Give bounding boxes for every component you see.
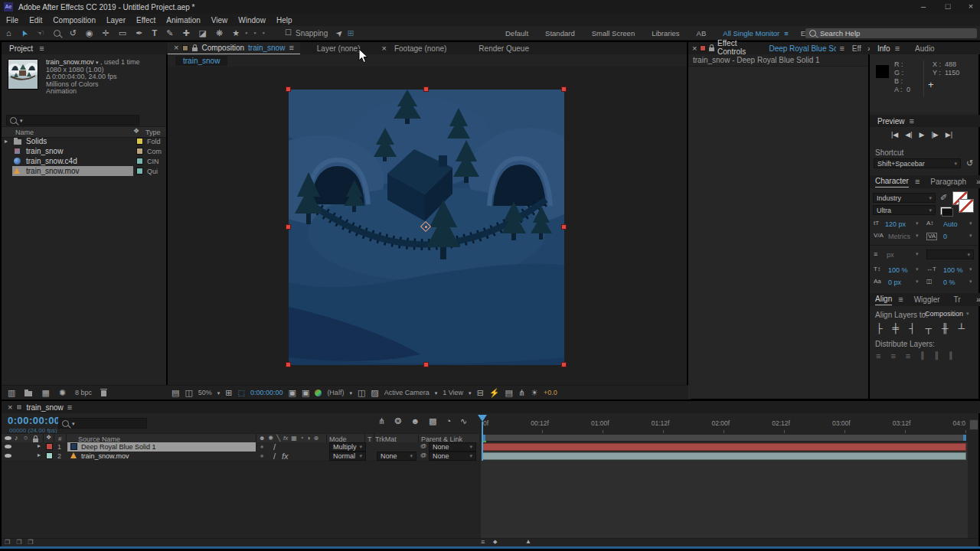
- timeline-menu-icon[interactable]: ≡: [67, 403, 72, 412]
- tracking-arrow-icon[interactable]: ▾: [969, 233, 972, 239]
- distribute-vcenter-button[interactable]: ≡: [890, 351, 895, 360]
- live-update-icon[interactable]: ❂: [394, 417, 401, 425]
- workspace-default[interactable]: Default: [505, 29, 528, 37]
- selection-handle[interactable]: [561, 86, 567, 92]
- tab-character[interactable]: Character: [875, 177, 909, 187]
- layer-trkmat-dropdown[interactable]: None ▾: [377, 452, 416, 461]
- horizontal-scale-value[interactable]: 100 %: [943, 266, 963, 274]
- comp-marker-bin-icon[interactable]: [969, 419, 978, 430]
- tab-render-queue[interactable]: Render Queue: [479, 44, 529, 53]
- last-frame-button[interactable]: ▶|: [946, 131, 952, 139]
- layer-mode-dropdown[interactable]: Normal ▾: [329, 452, 366, 461]
- selection-handle[interactable]: [423, 86, 429, 92]
- channel-icon[interactable]: [315, 390, 322, 396]
- next-frame-button[interactable]: |▶: [931, 131, 938, 139]
- label-swatch[interactable]: [136, 158, 143, 165]
- composition-image[interactable]: [289, 90, 564, 365]
- label-swatch[interactable]: [136, 138, 143, 145]
- leading-arrow-icon[interactable]: ▾: [969, 220, 972, 227]
- main-viewer-icon[interactable]: ◫: [185, 389, 192, 397]
- project-search-dropdown-icon[interactable]: ▾: [20, 118, 23, 123]
- layer-label-swatch[interactable]: [46, 443, 53, 450]
- layer-shy-icon[interactable]: ♠: [260, 452, 263, 459]
- leading-value[interactable]: Auto: [943, 220, 958, 228]
- layer-name[interactable]: train_snow.mov: [81, 452, 129, 460]
- workspace-ab[interactable]: AB: [697, 29, 707, 37]
- tab-info[interactable]: Info: [877, 44, 890, 53]
- comp-panel-menu-icon[interactable]: ≡: [289, 44, 293, 52]
- transparency-grid-icon[interactable]: ▨: [371, 389, 378, 397]
- stroke-style-dropdown[interactable]: ▾: [926, 249, 974, 259]
- tab-footage[interactable]: Footage (none): [394, 44, 446, 53]
- flowchart-button-icon[interactable]: ⋔: [518, 389, 525, 397]
- menu-composition[interactable]: Composition: [53, 16, 96, 24]
- snapshot-icon[interactable]: ▣: [289, 389, 296, 397]
- resolution-arrow-icon[interactable]: ▾: [349, 390, 352, 396]
- eyedropper-icon[interactable]: ✐: [940, 194, 947, 202]
- workspace-libraries[interactable]: Libraries: [652, 29, 679, 37]
- workspace-all-single-monitor[interactable]: All Single Monitor: [723, 29, 779, 37]
- align-hcenter-button[interactable]: ╪: [893, 323, 900, 334]
- row-expander-icon[interactable]: ▸: [5, 139, 8, 145]
- pan-behind-tool-icon[interactable]: ✛: [103, 29, 109, 37]
- pixel-aspect-icon[interactable]: ⊟: [477, 389, 484, 397]
- tab-close-icon[interactable]: ×: [174, 44, 178, 52]
- exposure-value[interactable]: +0.0: [544, 389, 557, 396]
- selection-handle[interactable]: [286, 86, 291, 92]
- type-tool-icon[interactable]: T: [152, 29, 157, 37]
- snapping-checkbox[interactable]: ☐: [285, 29, 292, 37]
- pen-tool-icon[interactable]: ✒: [136, 29, 142, 37]
- workspace-small-screen[interactable]: Small Screen: [592, 29, 635, 37]
- timeline-track-area[interactable]: [481, 442, 968, 538]
- selection-handle[interactable]: [561, 224, 567, 230]
- resolution-dropdown[interactable]: (Half): [327, 389, 344, 396]
- toggle-switches-pane-icon[interactable]: ❐: [5, 539, 10, 546]
- font-family-dropdown[interactable]: Industry ▾: [873, 193, 936, 203]
- tab-composition[interactable]: × Composition train_snow ≡: [168, 42, 300, 54]
- layer-expander-icon[interactable]: ▸: [38, 443, 41, 449]
- menu-file[interactable]: File: [6, 16, 18, 24]
- magnification-dropdown[interactable]: 50%: [198, 389, 212, 396]
- kerning-value[interactable]: Metrics: [888, 233, 910, 240]
- tab-layer-close-icon[interactable]: ×: [382, 44, 387, 53]
- comp-viewport[interactable]: [168, 67, 687, 385]
- selection-handle[interactable]: [286, 362, 291, 367]
- distribute-bottom-button[interactable]: ≡: [906, 351, 910, 360]
- toggle-transfer-pane-icon[interactable]: ❐: [16, 539, 21, 546]
- align-top-button[interactable]: ┬: [926, 323, 933, 334]
- workspace-standard[interactable]: Standard: [545, 29, 575, 37]
- lock-icon[interactable]: [709, 47, 714, 51]
- camera-dropdown[interactable]: Active Camera: [384, 389, 430, 396]
- choose-grid-icon[interactable]: ⊞: [225, 389, 232, 397]
- view-layout-dropdown[interactable]: 1 View: [443, 389, 463, 396]
- vertical-scale-arrow-icon[interactable]: ▾: [916, 266, 919, 272]
- play-button[interactable]: ▶: [920, 131, 925, 139]
- selection-handle[interactable]: [423, 362, 429, 367]
- column-type[interactable]: Type: [145, 129, 161, 136]
- tracking-value[interactable]: 0: [943, 233, 947, 240]
- project-settings-icon[interactable]: ✺: [59, 389, 66, 397]
- clone-stamp-tool-icon[interactable]: ✚: [182, 29, 189, 37]
- layer-parent-dropdown[interactable]: None ▾: [429, 452, 476, 461]
- label-swatch[interactable]: [136, 148, 143, 155]
- bit-depth-label[interactable]: 8 bpc: [75, 389, 92, 396]
- tab-audio[interactable]: Audio: [915, 44, 935, 53]
- workspace-menu-icon[interactable]: ≡: [784, 29, 789, 37]
- preview-dropdown-icon[interactable]: ▾: [96, 60, 99, 65]
- distribute-right-button[interactable]: ∥: [949, 350, 953, 360]
- project-row-c4d[interactable]: train_snow.c4d CIN: [2, 156, 166, 166]
- rotate-tool-icon[interactable]: ↺: [70, 29, 77, 37]
- tab-close-icon[interactable]: ×: [692, 44, 697, 53]
- layer-parent-dropdown[interactable]: None ▾: [429, 442, 476, 452]
- timeline-zoom-diamond[interactable]: ◆: [493, 539, 497, 544]
- tsume-value[interactable]: 0 %: [943, 279, 956, 286]
- view-arrow-icon[interactable]: ▾: [469, 390, 472, 396]
- always-preview-icon[interactable]: ▤: [172, 389, 179, 397]
- menu-window[interactable]: Window: [238, 16, 266, 24]
- viewer-tab[interactable]: train_snow: [175, 56, 227, 66]
- menu-help[interactable]: Help: [276, 16, 292, 24]
- selection-handle[interactable]: [286, 224, 291, 230]
- minimize-button[interactable]: –: [916, 2, 931, 11]
- work-area-end-handle[interactable]: [963, 435, 966, 441]
- layer-label-swatch[interactable]: [46, 452, 53, 459]
